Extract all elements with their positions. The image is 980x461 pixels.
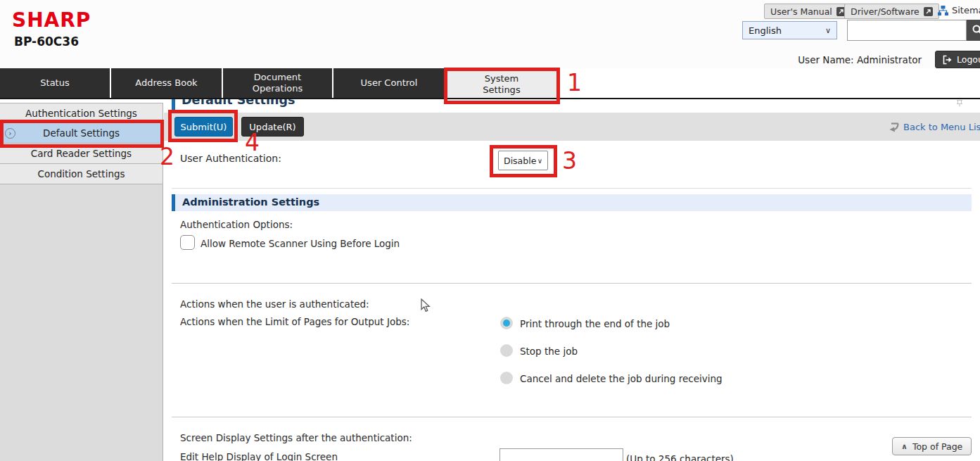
sidebar-item-label: Default Settings bbox=[43, 127, 120, 139]
radio-print-through-end[interactable] bbox=[500, 317, 513, 329]
annotation-number-1: 1 bbox=[567, 71, 582, 95]
language-select[interactable]: English ∨ bbox=[742, 21, 837, 39]
language-value: English bbox=[749, 25, 782, 36]
search-input[interactable] bbox=[847, 20, 967, 41]
page: SHARP BP-60C36 User's Manual Driver/Soft… bbox=[0, 0, 980, 461]
tab-label: User Control bbox=[354, 77, 424, 89]
screen-display-settings-label: Screen Display Settings after the authen… bbox=[180, 432, 412, 443]
sidebar-item-condition-settings[interactable]: Condition Settings bbox=[0, 164, 163, 184]
edit-help-display-label: Edit Help Display of Login Screen bbox=[180, 451, 338, 461]
edit-help-hint: (Up to 256 characters) bbox=[626, 453, 734, 461]
sitemap-icon bbox=[938, 6, 948, 15]
radio-cancel-delete-job-label: Cancel and delete the job during receivi… bbox=[520, 373, 723, 384]
page-title: Default Settings bbox=[182, 99, 295, 107]
tab-label: Address Book bbox=[132, 77, 202, 89]
edit-help-input[interactable] bbox=[499, 448, 623, 461]
mouse-cursor bbox=[421, 298, 431, 312]
back-to-menu-link[interactable]: Back to Menu List bbox=[888, 122, 980, 132]
tab-label: Document Operations bbox=[243, 72, 313, 94]
users-manual-button[interactable]: User's Manual bbox=[764, 4, 852, 19]
sidebar-item-label: Card Reader Settings bbox=[31, 148, 132, 159]
user-name-text: User Name: Administrator bbox=[794, 54, 922, 65]
driver-software-button[interactable]: Driver/Software bbox=[844, 4, 939, 19]
user-authentication-value: Disable bbox=[504, 156, 536, 166]
top-of-page-button[interactable]: ∧ Top of Page bbox=[892, 437, 972, 455]
driver-software-label: Driver/Software bbox=[851, 6, 919, 17]
sharp-logo: SHARP bbox=[12, 8, 91, 32]
logout-button[interactable]: Logout bbox=[935, 51, 980, 68]
tab-document-operations[interactable]: Document Operations bbox=[223, 68, 332, 98]
sitemap-label: Sitemap bbox=[952, 5, 980, 15]
radio-stop-the-job-label: Stop the job bbox=[520, 346, 578, 357]
section-accent-bar bbox=[172, 194, 175, 211]
divider bbox=[172, 417, 972, 417]
logout-label: Logout bbox=[957, 54, 980, 65]
sidebar-item-authentication-settings[interactable]: Authentication Settings bbox=[0, 103, 163, 123]
submit-button[interactable]: Submit(U) bbox=[174, 117, 233, 137]
actions-authenticated-label: Actions when the user is authenticated: bbox=[180, 298, 369, 310]
allow-remote-scanner-checkbox[interactable] bbox=[180, 235, 195, 250]
selected-arrow-icon: › bbox=[5, 128, 15, 139]
tab-system-settings[interactable]: System Settings bbox=[446, 68, 557, 98]
sidebar-item-label: Authentication Settings bbox=[25, 108, 137, 119]
sitemap-link[interactable]: Sitemap bbox=[938, 5, 980, 15]
header: SHARP BP-60C36 User's Manual Driver/Soft… bbox=[0, 0, 980, 68]
user-authentication-select[interactable]: Disable ∨ bbox=[498, 151, 548, 170]
divider bbox=[172, 283, 972, 284]
radio-stop-the-job[interactable] bbox=[500, 344, 513, 357]
model-name: BP-60C36 bbox=[14, 34, 79, 49]
radio-print-through-end-label: Print through the end of the job bbox=[520, 318, 670, 329]
pin-icon[interactable] bbox=[955, 99, 964, 108]
section-title: Administration Settings bbox=[182, 196, 319, 208]
search-icon bbox=[972, 24, 980, 37]
chevron-down-icon: ∨ bbox=[825, 26, 831, 35]
external-link-icon bbox=[924, 7, 933, 16]
tab-status[interactable]: Status bbox=[0, 68, 110, 98]
back-link-label: Back to Menu List bbox=[903, 122, 980, 132]
allow-remote-scanner-label: Allow Remote Scanner Using Before Login bbox=[201, 238, 400, 249]
top-of-page-label: Top of Page bbox=[912, 441, 962, 452]
back-arrow-icon bbox=[888, 122, 900, 132]
sidebar-item-label: Condition Settings bbox=[37, 168, 125, 179]
sidebar-item-card-reader-settings[interactable]: Card Reader Settings bbox=[0, 144, 163, 164]
tab-label: System Settings bbox=[466, 73, 537, 95]
sidebar-item-default-settings[interactable]: › Default Settings bbox=[0, 123, 163, 144]
page-title-area: Default Settings bbox=[172, 99, 537, 112]
users-manual-label: User's Manual bbox=[770, 6, 832, 17]
authentication-options-label: Authentication Options: bbox=[180, 219, 293, 230]
tab-user-control[interactable]: User Control bbox=[333, 68, 445, 98]
update-button[interactable]: Update(R) bbox=[241, 117, 304, 137]
annotation-number-3: 3 bbox=[562, 149, 577, 173]
sidebar: Authentication Settings › Default Settin… bbox=[0, 103, 163, 461]
actions-limit-pages-label: Actions when the Limit of Pages for Outp… bbox=[180, 316, 409, 327]
user-authentication-label: User Authentication: bbox=[180, 153, 281, 164]
chevron-down-icon: ∨ bbox=[537, 157, 542, 165]
logout-icon bbox=[942, 55, 953, 65]
title-accent-bar bbox=[172, 99, 175, 112]
search-button[interactable] bbox=[967, 20, 980, 41]
radio-cancel-delete-job[interactable] bbox=[500, 372, 513, 384]
tab-label: Status bbox=[20, 77, 90, 89]
chevron-up-icon: ∧ bbox=[901, 442, 908, 451]
divider bbox=[172, 188, 972, 189]
tab-address-book[interactable]: Address Book bbox=[111, 68, 222, 98]
